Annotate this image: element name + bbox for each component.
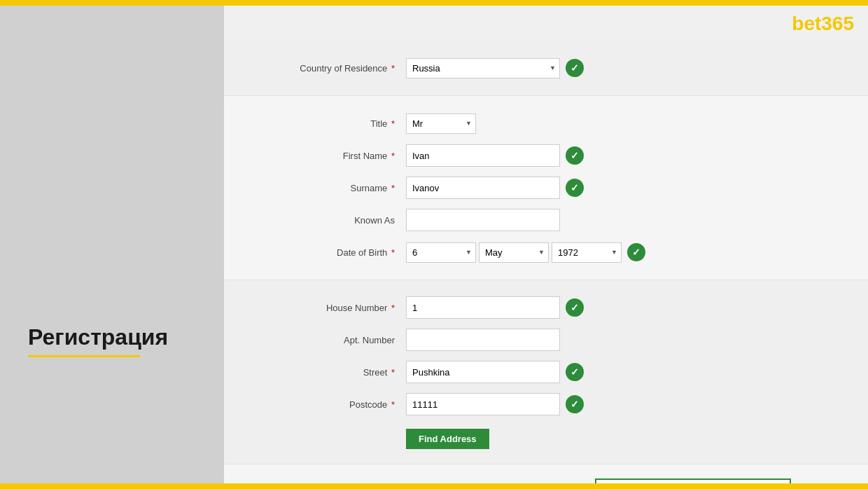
surname-row: Surname * (224, 174, 826, 201)
aptnumber-label: Apt. Number (224, 335, 406, 345)
title-select-wrapper: Mr Mrs Miss Ms (406, 113, 476, 134)
form-inner: Country of Residence * Russia United Kin… (224, 6, 868, 483)
title-row: Title * Mr Mrs Miss Ms (224, 110, 826, 137)
logo-area: bet365 (792, 13, 854, 35)
logo-highlight: 365 (821, 13, 854, 34)
form-area: bet365 Country of Residence * Russia Uni… (224, 6, 868, 483)
sidebar: Регистрация (0, 6, 224, 483)
dob-row: Date of Birth * 6 12345 78910 (224, 239, 826, 266)
title-select[interactable]: Mr Mrs Miss Ms (406, 113, 476, 134)
postcode-input[interactable] (406, 393, 560, 415)
street-check (566, 363, 584, 381)
street-input[interactable] (406, 361, 560, 383)
dob-check (627, 243, 645, 261)
postcode-check (566, 395, 584, 413)
firstname-label: First Name * (224, 151, 406, 161)
postcode-label: Postcode * (224, 399, 406, 410)
knownas-input[interactable] (406, 209, 560, 231)
email-row: Email Address * Please enter your email … (224, 478, 826, 483)
surname-input[interactable] (406, 177, 560, 199)
dob-group: 6 12345 78910 JanuaryFebruaryMarchApril … (406, 242, 622, 263)
housenumber-label: House Number * (224, 303, 406, 313)
address-section: House Number * Apt. Number Stre (224, 280, 868, 464)
logo-text: bet (792, 13, 821, 34)
housenumber-input[interactable] (406, 296, 560, 319)
country-select-wrapper: Russia United Kingdom Germany (406, 58, 560, 78)
personal-section: Title * Mr Mrs Miss Ms (224, 96, 868, 280)
knownas-label: Known As (224, 215, 406, 226)
knownas-row: Known As (224, 207, 826, 233)
bottom-bar (0, 483, 868, 489)
country-label: Country of Residence * (224, 63, 406, 74)
find-address-button[interactable]: Find Address (406, 429, 489, 449)
dob-day-select[interactable]: 6 12345 78910 (406, 242, 476, 263)
logo: bet365 (792, 13, 854, 35)
email-tooltip: Please enter your email address. Your em… (595, 478, 791, 483)
housenumber-row: House Number * (224, 294, 826, 321)
street-label: Street * (224, 367, 406, 378)
postcode-row: Postcode * (224, 391, 826, 418)
sidebar-title: Регистрация (28, 325, 196, 350)
sidebar-underline (28, 355, 140, 357)
country-check (566, 59, 584, 77)
top-bar (0, 0, 868, 6)
country-row: Country of Residence * Russia United Kin… (224, 55, 826, 81)
housenumber-check (566, 298, 584, 317)
firstname-input[interactable] (406, 144, 560, 167)
street-row: Street * (224, 359, 826, 385)
surname-check (566, 179, 584, 197)
findaddress-row: Find Address (224, 423, 826, 450)
surname-label: Surname * (224, 183, 406, 193)
dob-year-select[interactable]: 197019711972 197319741975 (552, 242, 622, 263)
dob-month-select[interactable]: JanuaryFebruaryMarchApril MayJuneJulyAug… (479, 242, 549, 263)
aptnumber-row: Apt. Number (224, 326, 826, 353)
country-section: Country of Residence * Russia United Kin… (224, 41, 868, 96)
aptnumber-input[interactable] (406, 329, 560, 351)
email-section: Email Address * Please enter your email … (224, 464, 868, 483)
main-container: Регистрация bet365 Country of Residence … (0, 6, 868, 483)
title-label: Title * (224, 118, 406, 129)
dob-label: Date of Birth * (224, 247, 406, 258)
firstname-check (566, 146, 584, 165)
firstname-row: First Name * (224, 142, 826, 169)
country-select[interactable]: Russia United Kingdom Germany (406, 58, 560, 78)
